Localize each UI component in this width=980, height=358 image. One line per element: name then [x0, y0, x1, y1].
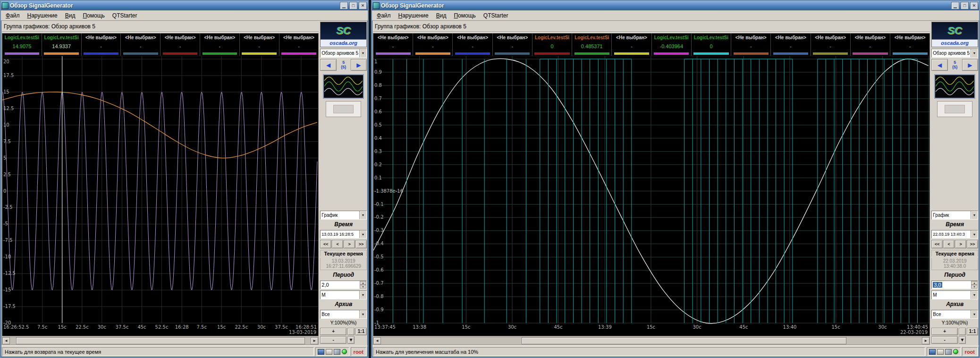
chart-plot[interactable]: 10.90.80.70.60.50.40.30.20.1-1.3878e-16-…	[373, 56, 929, 336]
view-combobox[interactable]: График ▼	[931, 211, 978, 220]
graph-thumbnail-selected[interactable]	[323, 74, 364, 99]
chevron-down-icon[interactable]: ▼	[971, 291, 978, 299]
step-back-button[interactable]: <	[943, 240, 955, 248]
next-page-button[interactable]: ▶	[962, 59, 978, 71]
horizontal-scrollbar[interactable]: ◄ ►	[373, 337, 930, 345]
signal-cell[interactable]: <Не выбран>-	[121, 34, 161, 56]
view-combobox[interactable]: График ▼	[320, 211, 367, 220]
horizontal-scrollbar[interactable]: ◄ ►	[2, 337, 319, 345]
jump-start-button[interactable]: <<	[931, 240, 943, 248]
printer-icon[interactable]	[326, 349, 332, 355]
jump-end-button[interactable]: >>	[355, 240, 367, 248]
titlebar[interactable]: Обзор SignalGenerator ▁ □ ✕	[372, 1, 979, 10]
chevron-down-icon[interactable]: ▼	[359, 211, 366, 219]
menu-item-view[interactable]: Вид	[432, 11, 450, 20]
jump-end-button[interactable]: >>	[967, 240, 978, 248]
spin-up-icon[interactable]: ▲	[360, 281, 366, 285]
menu-item-alarm[interactable]: Нарушение	[395, 11, 432, 20]
chart-widget[interactable]: LogicLev.testSi14.9075LogicLev.testSi14.…	[2, 33, 319, 336]
signal-cell[interactable]: <Не выбран>-	[82, 34, 121, 56]
signal-cell[interactable]: <Не выбран>-	[373, 34, 413, 56]
menu-item-qtstarter[interactable]: QTStarter	[109, 11, 141, 20]
scrollbar-thumb[interactable]	[16, 337, 305, 344]
archive-group-combobox[interactable]: Обзор архивов 5 ▼	[320, 49, 367, 58]
step-forward-button[interactable]: >	[344, 240, 355, 248]
signal-cell[interactable]: LogicLev.testSi-0.403964	[652, 34, 692, 56]
jump-start-button[interactable]: <<	[320, 240, 331, 248]
chevron-down-icon[interactable]: ▼	[971, 49, 978, 57]
network-icon[interactable]	[945, 349, 952, 355]
network-icon[interactable]	[334, 349, 340, 355]
chevron-down-icon[interactable]: ▼	[359, 291, 366, 299]
zoom-reset-button[interactable]: 1:1	[967, 328, 978, 335]
scrollbar-track[interactable]	[381, 337, 922, 344]
step-forward-button[interactable]: >	[955, 240, 966, 248]
signal-cell[interactable]: <Не выбран>-	[851, 34, 890, 56]
chart-widget[interactable]: <Не выбран>-<Не выбран>-<Не выбран>-<Не …	[373, 33, 930, 336]
signal-cell[interactable]: LogicLev.testSi0	[692, 34, 731, 56]
signal-cell[interactable]: <Не выбран>-	[811, 34, 851, 56]
chevron-down-icon[interactable]: ▼	[971, 310, 978, 318]
zoom-in-button[interactable]: +	[931, 328, 958, 335]
period-spinbox[interactable]: 2,0 ▲ ▼	[320, 281, 367, 289]
graph-thumbnail-selected[interactable]	[934, 74, 975, 99]
close-button[interactable]: ✕	[970, 2, 978, 9]
scrollbar-thumb[interactable]	[522, 337, 846, 344]
display-icon[interactable]	[929, 349, 936, 355]
datetime-combobox[interactable]: 13.03.19 16:28:5 ▼	[320, 230, 367, 239]
menu-item-help[interactable]: Помощь	[450, 11, 479, 20]
minimize-button[interactable]: ▁	[340, 2, 348, 9]
scroll-right-icon[interactable]: ►	[311, 337, 318, 344]
chevron-down-icon[interactable]: ▼	[359, 49, 366, 57]
menu-item-alarm[interactable]: Нарушение	[24, 11, 61, 20]
step-back-button[interactable]: <	[332, 240, 343, 248]
chevron-down-icon[interactable]: ▼	[971, 211, 978, 219]
signal-cell[interactable]: LogicLev.testSi0.485371	[572, 34, 612, 56]
scrollbar-track[interactable]	[10, 337, 311, 344]
signal-cell[interactable]: LogicLev.testSi0	[532, 34, 572, 56]
zoom-mid-button[interactable]	[347, 328, 355, 335]
signal-cell[interactable]: <Не выбран>-	[612, 34, 651, 56]
signal-cell[interactable]: <Не выбран>-	[731, 34, 771, 56]
zoom-in-button[interactable]: +	[320, 328, 346, 335]
spin-down-icon[interactable]: ▼	[971, 285, 978, 289]
signal-cell[interactable]: <Не выбран>-	[279, 34, 319, 56]
graph-thumbnail[interactable]	[937, 101, 972, 117]
period-unit-combobox[interactable]: М ▼	[320, 290, 367, 299]
titlebar[interactable]: Обзор SignalGenerator ▁ □ ✕	[1, 1, 368, 10]
signal-cell[interactable]: LogicLev.testSi14.9337	[42, 34, 82, 56]
period-spinbox[interactable]: 3,0 ▲ ▼	[931, 281, 978, 289]
signal-cell[interactable]: <Не выбран>-	[161, 34, 200, 56]
archive-combobox[interactable]: Все ▼	[931, 310, 978, 319]
zoom-down-icon[interactable]: ▼	[959, 336, 966, 344]
maximize-button[interactable]: □	[349, 2, 357, 9]
graph-thumbnail[interactable]	[326, 101, 361, 117]
signal-cell[interactable]: <Не выбран>-	[890, 34, 929, 56]
zoom-out-button[interactable]: -	[931, 336, 958, 344]
scroll-left-icon[interactable]: ◄	[373, 337, 381, 344]
spin-up-icon[interactable]: ▲	[971, 281, 978, 285]
spin-down-icon[interactable]: ▼	[360, 285, 366, 289]
prev-page-button[interactable]: ◀	[320, 59, 336, 71]
signal-cell[interactable]: <Не выбран>-	[240, 34, 279, 56]
zoom-reset-button[interactable]: 1:1	[355, 328, 367, 335]
scroll-right-icon[interactable]: ►	[922, 337, 929, 344]
datetime-combobox[interactable]: 22.03.19 13:40:3 ▼	[931, 230, 978, 239]
zoom-down-icon[interactable]: ▼	[347, 336, 355, 344]
minimize-button[interactable]: ▁	[951, 2, 959, 9]
user-badge[interactable]: root	[351, 347, 366, 356]
signal-cell[interactable]: LogicLev.testSi14.9075	[2, 34, 42, 56]
archive-combobox[interactable]: Все ▼	[320, 310, 367, 319]
signal-cell[interactable]: <Не выбран>-	[771, 34, 811, 56]
chevron-down-icon[interactable]: ▼	[971, 230, 978, 238]
display-icon[interactable]	[318, 349, 324, 355]
next-page-button[interactable]: ▶	[351, 59, 367, 71]
zoom-out-button[interactable]: -	[320, 336, 346, 344]
scroll-left-icon[interactable]: ◄	[2, 337, 10, 344]
maximize-button[interactable]: □	[961, 2, 969, 9]
printer-icon[interactable]	[937, 349, 944, 355]
chart-plot[interactable]: 2017.51512.5107.552.50-2.5-5-7.5-10-12.5…	[2, 56, 318, 336]
menu-item-help[interactable]: Помощь	[79, 11, 108, 20]
menu-item-qtstarter[interactable]: QTStarter	[480, 11, 512, 20]
period-unit-combobox[interactable]: М ▼	[931, 290, 978, 299]
